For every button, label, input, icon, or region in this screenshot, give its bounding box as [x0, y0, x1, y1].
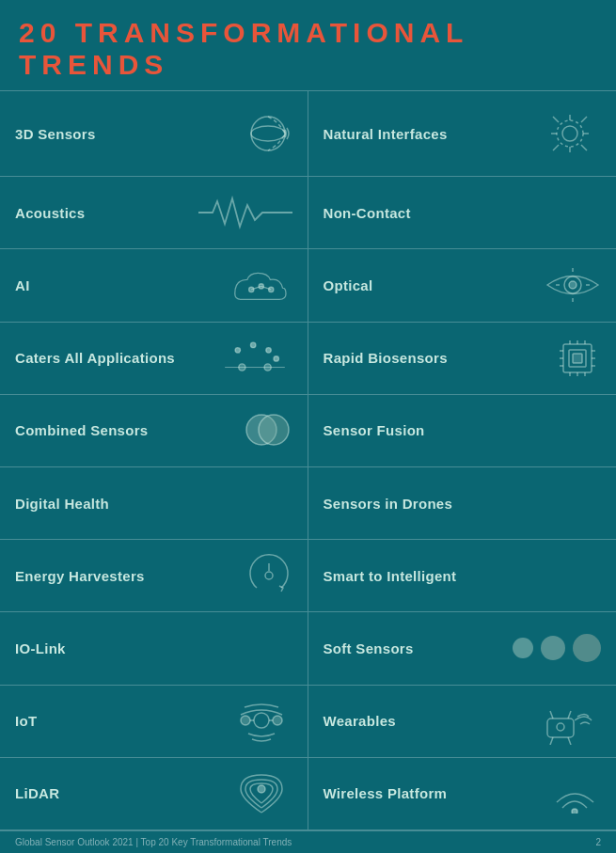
label-energy-harvesters: Energy Harvesters	[15, 568, 145, 584]
cell-caters-all: Caters All Applications	[0, 323, 308, 395]
cell-sensor-fusion: Sensor Fusion	[308, 395, 617, 467]
cell-wireless-platform: Wireless Platform	[308, 758, 617, 830]
label-natural-interfaces: Natural Interfaces	[324, 126, 448, 142]
cell-lidar: LiDAR	[0, 758, 308, 830]
label-acoustics: Acoustics	[15, 205, 85, 221]
svg-point-2	[557, 120, 583, 147]
page-wrapper: 20 TRANSFORMATIONAL TRENDS 3D Sensors Na…	[0, 0, 616, 853]
icon-optical	[545, 265, 601, 305]
label-ai: AI	[15, 277, 30, 293]
label-sensors-in-drones: Sensors in Drones	[324, 496, 453, 512]
label-lidar: LiDAR	[15, 785, 59, 801]
svg-line-56	[568, 711, 571, 719]
cell-energy-harvesters: Energy Harvesters	[0, 540, 308, 612]
svg-point-0	[251, 117, 285, 150]
svg-line-58	[568, 737, 571, 745]
cell-ai: AI	[0, 249, 308, 322]
cell-sensors-in-drones: Sensors in Drones	[308, 467, 617, 540]
footer-left: Global Sensor Outlook 2021 | Top 20 Key …	[15, 837, 292, 847]
header: 20 TRANSFORMATIONAL TRENDS	[0, 0, 616, 91]
soft-dot-1	[513, 638, 533, 658]
cell-acoustics: Acoustics	[0, 177, 308, 249]
cell-iot: IoT	[0, 686, 308, 758]
label-optical: Optical	[324, 277, 373, 293]
icon-wearables	[540, 698, 601, 745]
svg-line-57	[550, 737, 553, 745]
icon-wireless-platform	[549, 774, 601, 814]
svg-point-49	[254, 713, 269, 728]
icon-lidar	[231, 770, 292, 817]
label-wireless-platform: Wireless Platform	[324, 785, 448, 801]
svg-line-11	[553, 145, 559, 150]
footer: Global Sensor Outlook 2021 | Top 20 Key …	[0, 830, 616, 853]
svg-line-9	[581, 145, 587, 150]
cell-natural-interfaces: Natural Interfaces	[308, 91, 617, 177]
icon-iot	[231, 700, 292, 742]
label-sensor-fusion: Sensor Fusion	[324, 422, 425, 438]
footer-right: 2	[595, 837, 601, 847]
svg-point-1	[251, 126, 285, 141]
cell-io-link: IO-Link	[0, 612, 308, 685]
soft-dot-2	[541, 636, 565, 660]
svg-rect-44	[573, 354, 582, 363]
label-caters-all: Caters All Applications	[15, 350, 175, 366]
cell-soft-sensors: Soft Sensors	[308, 612, 617, 685]
label-non-contact: Non-Contact	[324, 205, 411, 221]
icon-soft-sensors	[513, 634, 601, 662]
svg-point-59	[557, 723, 564, 731]
cell-optical: Optical	[308, 249, 617, 322]
soft-dot-3	[573, 634, 601, 662]
icon-natural-interfaces	[540, 103, 601, 165]
cell-wearables: Wearables	[308, 686, 617, 758]
label-3d-sensors: 3D Sensors	[15, 126, 96, 142]
label-rapid-biosensors: Rapid Biosensors	[324, 350, 448, 366]
label-io-link: IO-Link	[15, 640, 66, 656]
icon-ai	[227, 264, 292, 307]
cell-non-contact: Non-Contact	[308, 177, 617, 249]
svg-rect-54	[547, 719, 574, 737]
svg-point-25	[265, 347, 270, 352]
svg-point-60	[258, 785, 265, 793]
svg-point-61	[572, 809, 577, 814]
svg-line-10	[581, 117, 587, 122]
icon-3d-sensors	[244, 109, 292, 158]
svg-point-28	[238, 364, 245, 371]
cell-digital-health: Digital Health	[0, 467, 308, 540]
trends-grid: 3D Sensors Natural Interfaces	[0, 91, 616, 830]
label-iot: IoT	[15, 713, 37, 729]
svg-point-3	[562, 126, 577, 141]
svg-point-24	[250, 342, 255, 347]
page-title: 20 TRANSFORMATIONAL TRENDS	[19, 17, 597, 81]
label-wearables: Wearables	[324, 713, 396, 729]
label-combined-sensors: Combined Sensors	[15, 422, 149, 438]
icon-energy-harvesters	[245, 552, 292, 599]
icon-rapid-biosensors	[554, 335, 601, 382]
cell-combined-sensors: Combined Sensors	[0, 395, 308, 467]
svg-point-18	[569, 281, 577, 289]
svg-line-8	[553, 117, 559, 122]
svg-point-29	[264, 364, 271, 371]
label-digital-health: Digital Health	[15, 496, 109, 512]
icon-combined-sensors	[241, 409, 292, 451]
svg-point-51	[273, 716, 282, 725]
svg-line-55	[550, 711, 553, 719]
svg-point-50	[241, 716, 250, 725]
icon-caters-all	[217, 335, 292, 382]
label-soft-sensors: Soft Sensors	[324, 640, 414, 656]
svg-point-46	[259, 415, 289, 445]
svg-point-23	[235, 347, 240, 352]
label-smart-to-intelligent: Smart to Intelligent	[324, 568, 457, 584]
cell-smart-to-intelligent: Smart to Intelligent	[308, 540, 617, 612]
icon-acoustics	[198, 194, 292, 231]
svg-point-48	[265, 572, 273, 579]
cell-rapid-biosensors: Rapid Biosensors	[308, 323, 617, 395]
svg-point-26	[274, 355, 278, 360]
cell-3d-sensors: 3D Sensors	[0, 91, 308, 177]
